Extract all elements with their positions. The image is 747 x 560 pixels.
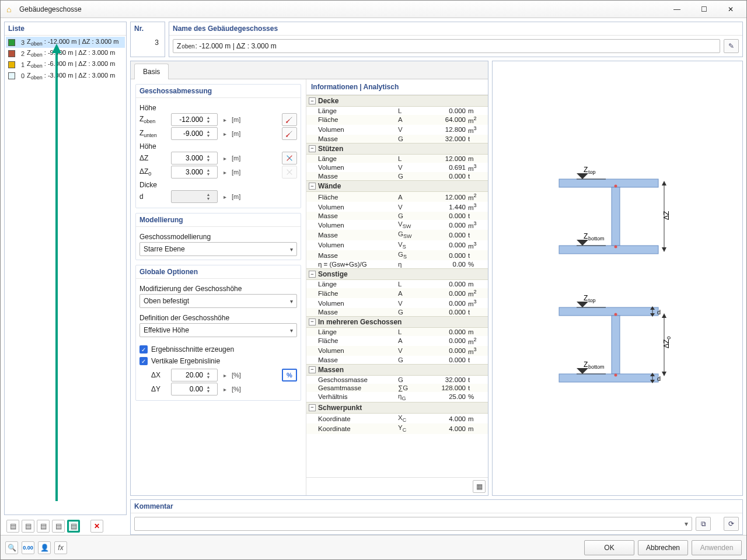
- info-table-icon[interactable]: ▦: [473, 480, 486, 493]
- info-row: KoordinateXC4.000m: [306, 414, 488, 424]
- input-d: ▲▼: [171, 190, 218, 203]
- info-row: VolumenVS0.000m3: [306, 240, 488, 250]
- info-panel: Informationen | Analytisch −DeckeLängeL0…: [306, 79, 488, 495]
- info-row: LängeL0.000m: [306, 107, 488, 115]
- info-row: FlächeA0.000m2: [306, 288, 488, 298]
- info-section-Decke[interactable]: −Decke: [306, 95, 488, 107]
- comment-input[interactable]: ▾: [134, 517, 692, 531]
- pick-zunten-icon[interactable]: [282, 127, 297, 140]
- svg-text:Z: Z: [584, 360, 588, 369]
- info-section-Schwerpunkt[interactable]: −Schwerpunkt: [306, 402, 488, 414]
- list-panel: Liste 3Zoben : -12.000 m | ΔZ : 3.000 m2…: [4, 22, 127, 515]
- info-row: VolumenV0.000m3: [306, 346, 488, 356]
- svg-rect-15: [559, 307, 658, 316]
- svg-text:bottom: bottom: [588, 236, 605, 242]
- bottom-icon-1[interactable]: 🔍: [5, 541, 18, 554]
- info-row: MasseG0.000t: [306, 212, 488, 220]
- tb-btn-5-active[interactable]: ▤: [67, 520, 80, 533]
- input-dz[interactable]: ▲▼: [171, 152, 218, 164]
- info-section-Massen[interactable]: −Massen: [306, 364, 488, 376]
- info-section-Sonstige[interactable]: −Sonstige: [306, 268, 488, 280]
- select-modelling[interactable]: Starre Ebene▾: [139, 242, 297, 256]
- apply-button[interactable]: Anwenden: [692, 540, 742, 555]
- list-item-2[interactable]: 2Zoben : -9.000 m | ΔZ : 3.000 m: [6, 48, 125, 59]
- app-icon: ⌂: [6, 5, 16, 14]
- name-input[interactable]: Zoben : -12.000 m | ΔZ : 3.000 m: [173, 39, 720, 53]
- group-dimensions: Geschossabmessung Höhe Zoben ▲▼ ▸ [m]: [135, 84, 301, 208]
- maximize-button[interactable]: ☐: [690, 1, 717, 18]
- list-item-3[interactable]: 3Zoben : -12.000 m | ΔZ : 3.000 m: [6, 37, 125, 48]
- svg-point-0: [286, 121, 288, 123]
- svg-text:ΔZ: ΔZ: [662, 211, 671, 220]
- bottom-icon-4[interactable]: fx: [54, 541, 67, 554]
- tb-btn-4[interactable]: ▤: [52, 520, 65, 533]
- step-icon[interactable]: ▸: [220, 117, 229, 123]
- edit-name-icon[interactable]: ✎: [724, 39, 739, 53]
- step-icon: ▸: [220, 194, 229, 200]
- step-icon[interactable]: ▸: [220, 169, 229, 176]
- input-dx[interactable]: ▲▼: [171, 369, 218, 382]
- close-button[interactable]: ✕: [717, 1, 744, 18]
- tb-btn-1[interactable]: ▤: [6, 520, 19, 533]
- step-icon[interactable]: ▸: [220, 155, 229, 162]
- window-title: Gebäudegeschosse: [19, 5, 664, 13]
- info-row: MasseG0.000t: [306, 172, 488, 180]
- input-dz0[interactable]: ▲▼: [171, 166, 218, 178]
- tb-btn-delete[interactable]: ✕: [90, 520, 103, 533]
- nr-title: Nr.: [131, 22, 165, 35]
- svg-rect-16: [612, 316, 620, 374]
- svg-rect-17: [559, 374, 658, 382]
- list-item-1[interactable]: 1Zoben : -6.000 m | ΔZ : 3.000 m: [6, 59, 125, 70]
- select-def[interactable]: Effektive Höhe▾: [139, 323, 297, 337]
- pick-dz0-icon: [282, 166, 297, 178]
- info-title: Informationen | Analytisch: [306, 79, 488, 95]
- info-section-Wände[interactable]: −Wände: [306, 180, 488, 192]
- group-global: Globale Optionen Modifizierung der Gesch…: [135, 265, 301, 401]
- info-row: KoordinateYC4.000m: [306, 424, 488, 433]
- name-title: Name des Gebäudegeschosses: [169, 22, 742, 36]
- cancel-button[interactable]: Abbrechen: [638, 540, 688, 555]
- diagram-svg: Ztop Zbottom ΔZ: [542, 150, 693, 407]
- minimize-button[interactable]: ―: [664, 1, 690, 18]
- step-icon[interactable]: ▸: [220, 131, 229, 137]
- svg-point-6: [615, 246, 617, 249]
- checkbox-vertical[interactable]: ✓: [139, 357, 148, 365]
- tab-basis[interactable]: Basis: [134, 64, 169, 79]
- info-row: VolumenV12.800m3: [306, 125, 488, 135]
- svg-point-19: [615, 374, 617, 377]
- list-body[interactable]: 3Zoben : -12.000 m | ΔZ : 3.000 m2Zoben …: [5, 36, 126, 514]
- info-row: LängeL0.000m: [306, 328, 488, 336]
- comment-tool-icon[interactable]: ⟳: [724, 517, 739, 531]
- list-item-0[interactable]: 0Zoben : -3.000 m | ΔZ : 3.000 m: [6, 71, 125, 82]
- svg-rect-4: [559, 246, 658, 254]
- input-dy[interactable]: ▲▼: [171, 383, 218, 396]
- pick-dz-icon[interactable]: [282, 152, 297, 164]
- info-row: MasseG0.000t: [306, 356, 488, 364]
- input-zunten[interactable]: ▲▼: [171, 127, 218, 140]
- percent-button[interactable]: %: [282, 369, 297, 382]
- pick-zoben-icon[interactable]: [282, 113, 297, 126]
- info-row: FlächeA64.000m2: [306, 115, 488, 125]
- tb-btn-3[interactable]: ▤: [37, 520, 50, 533]
- svg-text:Z: Z: [584, 166, 588, 174]
- svg-point-1: [286, 135, 288, 137]
- info-row: η = (Gsw+Gs)/Gη0.00%: [306, 260, 488, 268]
- svg-text:d: d: [657, 309, 661, 316]
- svg-text:bottom: bottom: [588, 364, 605, 370]
- list-toolbar: ▤ ▤ ▤ ▤ ▤ ✕: [4, 517, 127, 535]
- comment-title: Kommentar: [131, 500, 742, 513]
- info-section-In mehreren Geschossen[interactable]: −In mehreren Geschossen: [306, 316, 488, 328]
- info-section-Stützen[interactable]: −Stützen: [306, 143, 488, 155]
- info-row: GeschossmasseG32.000t: [306, 376, 488, 384]
- ok-button[interactable]: OK: [584, 540, 634, 555]
- select-mod[interactable]: Oben befestigt▾: [139, 294, 297, 308]
- bottom-icon-3[interactable]: 👤: [38, 541, 51, 554]
- bottom-icon-2[interactable]: 0.00: [22, 541, 34, 554]
- info-row: FlächeA12.000m2: [306, 192, 488, 202]
- info-row: FlächeA0.000m2: [306, 336, 488, 346]
- input-zoben[interactable]: ▲▼: [171, 113, 218, 126]
- checkbox-results[interactable]: ✓: [139, 345, 148, 354]
- svg-text:Z: Z: [584, 232, 588, 240]
- comment-copy-icon[interactable]: ⧉: [696, 517, 711, 531]
- tb-btn-2[interactable]: ▤: [22, 520, 34, 533]
